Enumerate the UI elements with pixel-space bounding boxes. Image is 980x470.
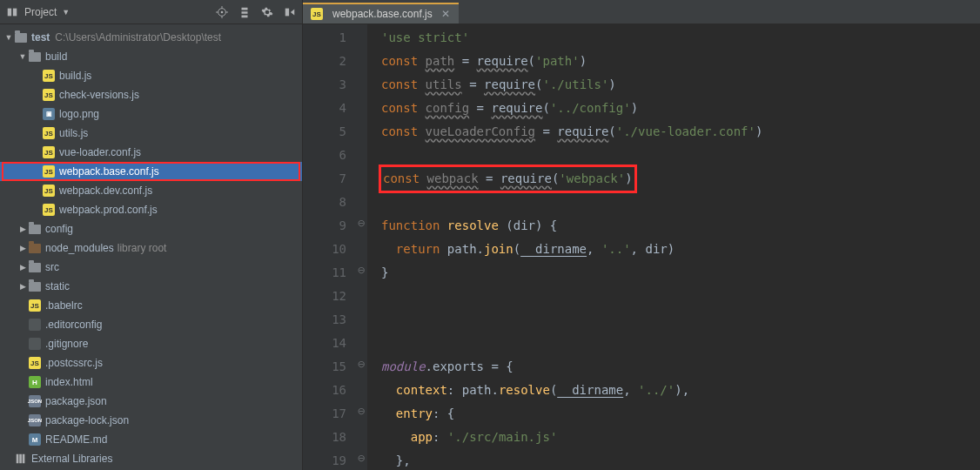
tree-file[interactable]: .editorconfig [0, 315, 302, 334]
locate-icon[interactable] [215, 5, 229, 19]
code-line[interactable]: entry: { [381, 402, 980, 426]
tree-file[interactable]: JS check-versions.js [0, 85, 302, 104]
project-tree[interactable]: ▼ test C:\Users\Administrator\Desktop\te… [0, 24, 302, 470]
file-label: build.js [59, 70, 91, 82]
json-file-icon: JSON [28, 394, 42, 408]
gear-icon[interactable] [260, 5, 274, 19]
tree-folder[interactable]: ▶ static [0, 277, 302, 296]
line-number: 8 [303, 191, 346, 214]
line-number: 17 [303, 402, 346, 426]
project-title[interactable]: Project [24, 6, 57, 18]
line-number: 15 [303, 355, 346, 379]
fold-handle[interactable]: ⊖ [355, 352, 367, 376]
code-line[interactable] [381, 144, 980, 167]
fold-handle[interactable] [355, 71, 367, 95]
svg-rect-10 [19, 454, 22, 464]
md-file-icon: M [28, 433, 42, 446]
fold-handle[interactable] [355, 306, 367, 329]
code-line[interactable]: module.exports = { [381, 355, 980, 379]
js-file-icon: JS [42, 88, 56, 102]
hide-icon[interactable] [283, 5, 297, 19]
js-file-icon: JS [42, 126, 56, 140]
tree-file[interactable]: .gitignore [0, 334, 302, 353]
fold-column[interactable]: ⊖⊖⊖⊖⊖ [355, 24, 367, 470]
fold-handle[interactable] [355, 423, 367, 446]
tree-file[interactable]: ▣ logo.png [0, 104, 302, 124]
tree-folder[interactable]: ▶ node_modules library root [0, 238, 302, 258]
code-line[interactable]: const config = require('../config') [381, 97, 980, 120]
fold-handle[interactable] [355, 48, 367, 71]
code-line[interactable]: const vueLoaderConfig = require('./vue-l… [381, 120, 980, 144]
fold-handle[interactable] [355, 329, 367, 352]
png-file-icon: ▣ [42, 107, 56, 121]
line-number: 9 [303, 214, 346, 238]
tree-folder[interactable]: ▶ src [0, 258, 302, 277]
tree-file[interactable]: JS build.js [0, 66, 302, 85]
tree-file[interactable]: M README.md [0, 430, 302, 449]
tree-file[interactable]: JS webpack.dev.conf.js [0, 181, 302, 200]
code-editor[interactable]: 12345678910111213141516171819 ⊖⊖⊖⊖⊖ 'use… [303, 24, 980, 470]
fold-handle[interactable] [355, 235, 367, 258]
line-number: 12 [303, 285, 346, 308]
code-line[interactable]: 'use strict' [381, 26, 980, 50]
tree-root[interactable]: ▼ test C:\Users\Administrator\Desktop\te… [0, 28, 302, 47]
line-number: 7 [303, 167, 346, 191]
js-file-icon: JS [28, 356, 42, 370]
code-line[interactable]: const webpack = require('webpack') [381, 167, 980, 191]
fold-handle[interactable]: ⊖ [355, 446, 367, 470]
dropdown-arrow-icon[interactable]: ▼ [62, 8, 70, 17]
tree-file[interactable]: JS vue-loader.conf.js [0, 143, 302, 162]
fold-handle[interactable]: ⊖ [355, 400, 367, 423]
code-line[interactable]: function resolve (dir) { [381, 214, 980, 238]
code-line[interactable]: app: './src/main.js' [381, 426, 980, 449]
tree-file[interactable]: JS webpack.base.conf.js [0, 162, 302, 181]
fold-handle[interactable] [355, 24, 367, 48]
code-line[interactable] [381, 332, 980, 355]
close-icon[interactable]: ✕ [441, 8, 450, 20]
code-line[interactable]: return path.join(__dirname, '..', dir) [381, 238, 980, 261]
tree-file[interactable]: JS .postcssrc.js [0, 353, 302, 373]
fold-handle[interactable] [355, 188, 367, 212]
folder-icon [28, 260, 42, 274]
fold-handle[interactable] [355, 282, 367, 306]
file-label: index.html [45, 376, 93, 388]
folder-open-icon [14, 30, 28, 44]
file-label: package.json [45, 395, 107, 407]
file-label: utils.js [59, 127, 88, 139]
fold-handle[interactable] [355, 376, 367, 400]
line-number: 1 [303, 26, 346, 50]
tree-file[interactable]: JS utils.js [0, 124, 302, 143]
code-line[interactable] [381, 308, 980, 332]
code-body[interactable]: 'use strict'const path = require('path')… [367, 24, 980, 470]
tree-file[interactable]: JS webpack.prod.conf.js [0, 200, 302, 219]
file-label: .editorconfig [45, 319, 102, 331]
code-line[interactable]: const utils = require('./utils') [381, 73, 980, 97]
line-number-gutter: 12345678910111213141516171819 [303, 24, 355, 470]
fold-handle[interactable] [355, 142, 367, 165]
file-label: .babelrc [45, 299, 83, 312]
fold-handle[interactable] [355, 165, 367, 189]
collapse-all-icon[interactable] [238, 5, 252, 19]
fold-handle[interactable] [355, 118, 367, 142]
tree-file[interactable]: JSON package.json [0, 392, 302, 411]
tree-folder[interactable]: ▶ config [0, 219, 302, 238]
js-file-icon: JS [42, 164, 56, 178]
js-file-icon: JS [42, 184, 56, 198]
editor-tab[interactable]: JS webpack.base.conf.js ✕ [303, 3, 459, 24]
tree-folder-build[interactable]: ▼ build [0, 47, 302, 66]
fold-handle[interactable] [355, 95, 367, 118]
code-line[interactable]: context: path.resolve(__dirname, '../'), [381, 379, 980, 402]
code-line[interactable]: }, [381, 449, 980, 470]
tree-file[interactable]: JSON package-lock.json [0, 411, 302, 430]
code-line[interactable]: } [381, 261, 980, 285]
fold-handle[interactable]: ⊖ [355, 212, 367, 235]
editor-tabbar: JS webpack.base.conf.js ✕ [303, 0, 980, 24]
tree-external-libraries[interactable]: External Libraries [0, 449, 302, 468]
line-number: 11 [303, 261, 346, 285]
tree-file[interactable]: JS .babelrc [0, 296, 302, 315]
code-line[interactable]: const path = require('path') [381, 50, 980, 73]
tree-file[interactable]: H index.html [0, 373, 302, 392]
fold-handle[interactable]: ⊖ [355, 258, 367, 282]
code-line[interactable] [381, 191, 980, 214]
code-line[interactable] [381, 285, 980, 308]
